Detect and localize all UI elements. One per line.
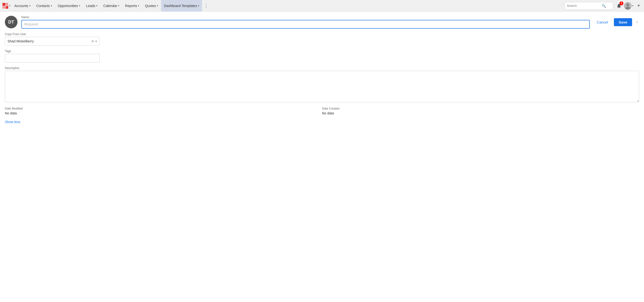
date-modified-col: Date Modified No data [5, 107, 322, 115]
show-less-link[interactable]: Show less [5, 120, 20, 124]
tags-group: Tags [5, 49, 639, 63]
description-group: Description [5, 66, 639, 103]
nav-item-calendar[interactable]: Calendar ▾ [100, 0, 122, 12]
svg-point-5 [626, 3, 629, 6]
tags-input[interactable] [5, 54, 100, 63]
notification-badge: 1 [620, 1, 623, 5]
description-textarea[interactable] [5, 71, 639, 102]
user-dropdown-icon[interactable]: ▾ [632, 4, 633, 7]
name-input[interactable] [21, 20, 590, 29]
form-actions: Cancel Save « [594, 18, 639, 26]
add-button[interactable]: + [635, 3, 642, 8]
search-bar[interactable]: 🔍 [564, 2, 613, 10]
copy-from-user-value: Shad Mickelberry [8, 39, 91, 43]
nav-item-quotes[interactable]: Quotes ▾ [142, 0, 161, 12]
clear-user-icon[interactable]: ✕ [91, 39, 94, 43]
date-modified-value: No data [5, 111, 322, 115]
save-button[interactable]: Save [614, 18, 632, 26]
cancel-button[interactable]: Cancel [594, 18, 611, 26]
nav-item-contacts[interactable]: Contacts ▾ [34, 0, 55, 12]
nav-item-accounts[interactable]: Accounts ▾ [12, 0, 34, 12]
svg-rect-2 [2, 6, 5, 9]
calendar-dropdown-icon: ▾ [118, 4, 119, 7]
logo-dropdown-icon[interactable]: ▾ [9, 4, 10, 7]
leads-dropdown-icon: ▾ [96, 4, 98, 7]
collapse-panel-icon[interactable]: « [635, 19, 639, 25]
nav-item-opportunities[interactable]: Opportunities ▾ [55, 0, 83, 12]
notification-button[interactable]: 1 [615, 2, 623, 10]
copy-from-user-label: Copy From User [5, 32, 639, 36]
date-row: Date Modified No data Date Created No da… [5, 107, 639, 115]
navbar: ▾ Accounts ▾ Contacts ▾ Opportunities ▾ … [0, 0, 644, 12]
date-created-value: No data [322, 111, 639, 115]
name-field-section: Name [21, 15, 590, 29]
copy-from-user-select[interactable]: Shad Mickelberry ✕ ▾ [5, 37, 100, 46]
svg-rect-3 [6, 6, 8, 9]
dashboard-templates-dropdown-icon: ▾ [198, 4, 199, 7]
record-avatar: DT [5, 16, 18, 28]
form-header: DT Name Cancel Save « [5, 15, 639, 29]
date-created-label: Date Created [322, 107, 639, 110]
description-label: Description [5, 66, 639, 70]
user-avatar[interactable] [624, 2, 632, 10]
nav-item-leads[interactable]: Leads ▾ [83, 0, 100, 12]
nav-item-dashboard-templates[interactable]: Dashboard Templates ▾ [161, 0, 202, 12]
copy-from-user-group: Copy From User Shad Mickelberry ✕ ▾ [5, 32, 639, 46]
contacts-dropdown-icon: ▾ [51, 4, 52, 7]
svg-rect-1 [6, 3, 8, 5]
user-select-dropdown-icon[interactable]: ▾ [96, 40, 97, 43]
accounts-dropdown-icon: ▾ [30, 4, 30, 7]
name-label: Name [21, 15, 590, 19]
nav-item-reports[interactable]: Reports ▾ [122, 0, 142, 12]
search-icon[interactable]: 🔍 [602, 4, 606, 8]
date-created-col: Date Created No data [322, 107, 639, 115]
app-logo[interactable]: ▾ [2, 2, 10, 9]
svg-rect-0 [2, 3, 5, 6]
search-input[interactable] [567, 4, 601, 7]
main-content: DT Name Cancel Save « Copy From User Sha… [0, 12, 644, 302]
quotes-dropdown-icon: ▾ [157, 4, 158, 7]
nav-more-button[interactable]: ⋮ [202, 0, 210, 12]
opportunities-dropdown-icon: ▾ [79, 4, 80, 7]
tags-label: Tags [5, 49, 639, 53]
date-modified-label: Date Modified [5, 107, 322, 110]
reports-dropdown-icon: ▾ [138, 4, 139, 7]
